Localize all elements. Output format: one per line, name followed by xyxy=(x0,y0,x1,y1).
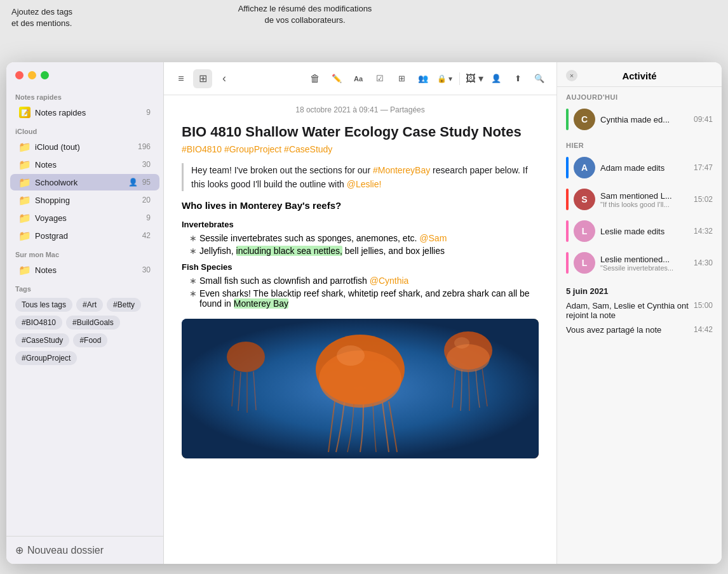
avatar-leslie1: L xyxy=(574,220,595,242)
checklist-button[interactable]: ☑ xyxy=(370,69,389,88)
sidebar-item-schoolwork[interactable]: 📁 Schoolwork 👤 95 xyxy=(10,174,159,190)
note-meta: 18 octobre 2021 à 09:41 — Partagées xyxy=(182,105,539,114)
section-label-notes-rapides: Notes rapides xyxy=(6,87,163,103)
act-line-2: Vous avez partagé la note 14:42 xyxy=(566,325,713,335)
folder-icon-voyages: 📁 xyxy=(19,212,30,224)
avatar-adam: A xyxy=(574,157,595,178)
sidebar-item-postgrad[interactable]: 📁 Postgrad 42 xyxy=(10,227,159,244)
voyages-label: Voyages xyxy=(35,213,142,223)
tag-art[interactable]: #Art xyxy=(76,298,103,312)
collab-people-button[interactable]: 👤 xyxy=(487,69,506,88)
svg-point-7 xyxy=(454,337,469,349)
svg-point-4 xyxy=(447,344,490,372)
tag-bio4810[interactable]: #BIO4810 xyxy=(15,316,62,330)
tag-montereybay: #MontereyBay xyxy=(373,165,430,175)
activity-indicator-leslie2 xyxy=(566,252,569,274)
traffic-lights xyxy=(6,62,163,87)
activity-item-leslie1[interactable]: L Leslie made edits 14:32 xyxy=(557,215,722,247)
activity-indicator-leslie1 xyxy=(566,220,569,242)
tag-casestudy[interactable]: #CaseStudy xyxy=(15,333,69,347)
sam-time: 15:02 xyxy=(694,195,713,204)
grid-view-button[interactable]: ⊞ xyxy=(193,69,212,88)
bullet-smallfish: Small fish such as clownfish and parrotf… xyxy=(189,276,539,286)
bullet-sharks: Even sharks! The blacktip reef shark, wh… xyxy=(189,288,539,309)
annotation-activity: Affichez le résumé des modifications de … xyxy=(216,3,394,26)
notes-label: Notes xyxy=(35,160,138,170)
leslie2-name: Leslie mentioned... xyxy=(600,255,689,264)
close-button[interactable] xyxy=(15,71,24,79)
leslie1-time: 14:32 xyxy=(694,227,713,236)
folder-icon-icloud-tout: 📁 xyxy=(19,141,30,152)
activity-indicator-sam xyxy=(566,189,569,210)
search-button[interactable]: 🔍 xyxy=(530,69,549,88)
mention-cynthia: @Cynthia xyxy=(370,276,409,286)
cynthia-name: Cynthia made ed... xyxy=(600,115,689,124)
tag-buildgoals[interactable]: #BuildGoals xyxy=(66,316,120,330)
act-text-1: Adam, Sam, Leslie et Cynthia ont rejoint… xyxy=(566,301,689,320)
tag-food[interactable]: #Food xyxy=(73,333,107,347)
activity-header: × Activité xyxy=(557,62,722,87)
activity-title: Activité xyxy=(583,70,696,81)
highlight-black-sea-nettles: including black sea nettles, xyxy=(236,246,342,256)
activity-text-item-1: Adam, Sam, Leslie et Cynthia ont rejoint… xyxy=(557,298,722,323)
photos-button[interactable]: 🖼 ▾ xyxy=(465,69,484,88)
bullets-fish: Small fish such as clownfish and parrotf… xyxy=(182,276,539,309)
folder-icon-schoolwork: 📁 xyxy=(19,177,30,188)
plus-icon: ⊕ xyxy=(15,544,24,556)
folder-icon-notes: 📁 xyxy=(19,159,30,170)
section-label-mac: Sur mon Mac xyxy=(6,244,163,261)
adam-time: 17:47 xyxy=(694,163,713,172)
activity-item-adam[interactable]: A Adam made edits 17:47 xyxy=(557,152,722,184)
mention-leslie: @Leslie! xyxy=(347,179,382,189)
svg-point-6 xyxy=(337,345,365,366)
delete-button[interactable]: 🗑 xyxy=(306,69,325,88)
svg-point-5 xyxy=(227,342,265,372)
collab-icon[interactable]: 👥 xyxy=(414,69,433,88)
leslie1-name: Leslie made edits xyxy=(600,227,689,236)
close-icon: × xyxy=(570,72,574,79)
maximize-button[interactable] xyxy=(41,71,49,79)
sidebar-item-shopping[interactable]: 📁 Shopping 20 xyxy=(10,192,159,208)
leslie2-time: 14:30 xyxy=(694,258,713,267)
quick-notes-icon: 📝 xyxy=(19,107,30,118)
act-text-2: Vous avez partagé la note xyxy=(566,325,689,335)
font-button[interactable]: Aa xyxy=(349,69,368,88)
table-button[interactable]: ⊞ xyxy=(392,69,411,88)
activity-close-button[interactable]: × xyxy=(566,70,577,81)
sidebar-item-voyages[interactable]: 📁 Voyages 9 xyxy=(10,210,159,226)
activity-content-adam: Adam made edits xyxy=(600,163,689,173)
activity-item-leslie2[interactable]: L Leslie mentioned... "Sessile invertebr… xyxy=(557,247,722,279)
schoolwork-label: Schoolwork xyxy=(35,178,123,187)
activity-panel: × Activité AUJOURD'HUI C Cynthia made ed… xyxy=(556,62,722,564)
sidebar-item-notes-rapides[interactable]: 📝 Notes rapides 9 xyxy=(10,104,159,121)
sidebar-item-icloud-tout[interactable]: 📁 iCloud (tout) 196 xyxy=(10,138,159,155)
avatar-cynthia: C xyxy=(574,109,595,130)
minimize-button[interactable] xyxy=(28,71,36,79)
lock-button[interactable]: 🔒 ▾ xyxy=(435,69,454,88)
activity-yesterday-label: HIER xyxy=(557,135,722,152)
section-label-icloud: iCloud xyxy=(6,121,163,138)
activity-item-sam[interactable]: S Sam mentioned L... "If this looks good… xyxy=(557,184,722,215)
folder-icon-shopping: 📁 xyxy=(19,194,30,206)
sidebar-item-mac-notes[interactable]: 📁 Notes 30 xyxy=(10,262,159,278)
tag-tous-les-tags[interactable]: Tous les tags xyxy=(15,298,72,312)
new-folder-button[interactable]: ⊕ Nouveau dossier xyxy=(15,544,154,556)
tag-groupproject[interactable]: #GroupProject xyxy=(15,351,77,365)
tag-betty[interactable]: #Betty xyxy=(107,298,141,312)
share-button[interactable]: ⬆ xyxy=(508,69,527,88)
shopping-count: 20 xyxy=(142,196,151,204)
bullets-invertebrates: Sessile invertebrates such as sponges, a… xyxy=(182,233,539,256)
compose-button[interactable]: ✏️ xyxy=(327,69,346,88)
list-view-button[interactable]: ≡ xyxy=(172,69,191,88)
notes-rapides-label: Notes rapides xyxy=(35,108,142,117)
section-reefs-title: Who lives in Monterey Bay's reefs? xyxy=(182,200,539,211)
activity-content-leslie2: Leslie mentioned... "Sessile invertebrat… xyxy=(600,255,689,272)
activity-today-label: AUJOURD'HUI xyxy=(557,87,722,103)
sam-name: Sam mentioned L... xyxy=(600,191,689,201)
back-button[interactable]: ‹ xyxy=(215,69,234,88)
activity-item-cynthia[interactable]: C Cynthia made ed... 09:41 xyxy=(557,103,722,135)
sidebar-item-notes[interactable]: 📁 Notes 30 xyxy=(10,156,159,173)
main-content: ≡ ⊞ ‹ 🗑 ✏️ Aa ☑ ⊞ 👥 🔒 ▾ 🖼 ▾ 👤 ⬆ 🔍 18 oct… xyxy=(164,62,556,564)
tags-section-label: Tags xyxy=(15,285,154,293)
activity-text-item-2: Vous avez partagé la note 14:42 xyxy=(557,323,722,337)
